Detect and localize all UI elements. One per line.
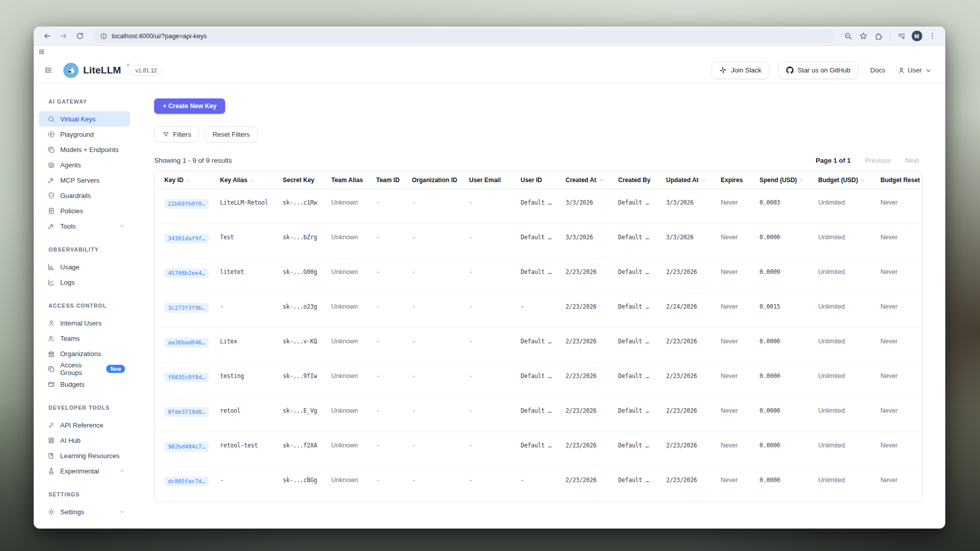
join-slack-button[interactable]: Join Slack	[712, 62, 769, 79]
sidebar-item-label: Usage	[60, 263, 80, 271]
key-id-link[interactable]: 982bd484c7…	[164, 442, 209, 452]
reset-filters-button[interactable]: Reset Filters	[204, 127, 258, 142]
sidebar-item-teams[interactable]: Teams	[39, 331, 130, 346]
apps-grid-icon[interactable]	[38, 48, 45, 55]
cell-updated-at: 2/23/2026	[666, 467, 721, 502]
sidebar-item-mcp-servers[interactable]: MCP Servers	[39, 172, 130, 188]
back-icon[interactable]	[40, 29, 54, 43]
cell-budget-reset: Never	[880, 224, 922, 258]
sidebar-section-observability: OBSERVABILITY	[48, 246, 154, 253]
column-label: Budget Reset	[880, 177, 920, 184]
star-github-button[interactable]: Star us on GitHub	[778, 62, 858, 79]
bookmark-star-icon[interactable]	[856, 29, 870, 43]
user-menu[interactable]: User	[898, 66, 932, 74]
column-header-key-alias[interactable]: Key Alias↑↓	[220, 171, 283, 189]
reload-icon[interactable]	[72, 29, 87, 43]
cell-key-alias: Litex	[220, 328, 283, 362]
sidebar-item-organizations[interactable]: Organizations	[39, 346, 130, 361]
cell-created-by: Default …	[618, 397, 666, 432]
sidebar-item-budgets[interactable]: Budgets	[39, 377, 130, 392]
sidebar-item-usage[interactable]: Usage	[39, 259, 130, 274]
key-id-link[interactable]: 3c273f3f9b…	[164, 303, 209, 313]
sidebar-item-settings[interactable]: Settings	[39, 504, 130, 519]
cell-created-by: Default …	[618, 259, 666, 293]
sidebar-item-label: Internal Users	[60, 319, 102, 327]
filters-button[interactable]: Filters	[154, 127, 199, 142]
sidebar-item-label: Teams	[60, 335, 80, 342]
sidebar-item-experimental[interactable]: Experimental	[39, 463, 130, 479]
sidebar-item-virtual-keys[interactable]: Virtual Keys	[39, 111, 130, 127]
cell-user-email: -	[469, 328, 521, 362]
cell-secret-key: sk-...o23g	[283, 293, 331, 328]
sidebar-item-api-reference[interactable]: API Reference	[39, 417, 130, 433]
key-id-link[interactable]: 8fde3719d8…	[164, 407, 209, 417]
table-row[interactable]: f0835c0f8d…testingsk-...9fIwUnknown---De…	[155, 363, 922, 397]
cell-key-alias: LiteLLM-Retool	[220, 189, 283, 223]
sidebar-item-models-endpoints[interactable]: Models + Endpoints	[39, 142, 130, 157]
cell-user-id: -	[521, 293, 566, 328]
column-label: Organization ID	[412, 177, 457, 184]
sidebar-section-developer-tools: DEVELOPER TOOLS	[48, 405, 154, 411]
key-id-link[interactable]: 34301daf9f…	[164, 234, 209, 243]
cell-expires: Never	[721, 259, 760, 293]
table-row[interactable]: 8fde3719d8…retoolsk-...E_VgUnknown---Def…	[155, 397, 922, 432]
wrench-icon	[47, 222, 55, 230]
column-header-updated-at[interactable]: Updated At↑↓	[666, 171, 721, 189]
cell-created-at: 2/23/2026	[566, 363, 618, 397]
key-id-link[interactable]: 45708b2ee4…	[164, 268, 209, 278]
table-row[interactable]: 34301daf9f…Testsk-...bZrgUnknown---Defau…	[155, 224, 922, 259]
table-row[interactable]: 3c273f3f9b…-sk-...o23gUnknown----2/23/20…	[155, 293, 922, 328]
cell-budget: Unlimited	[818, 363, 880, 397]
sidebar-item-internal-users[interactable]: Internal Users	[39, 315, 130, 331]
column-header-created-at[interactable]: Created At	[566, 171, 618, 189]
column-header-team-alias: Team Alias	[331, 171, 376, 189]
key-id-link[interactable]: 22b68fb0f0…	[164, 199, 209, 209]
collapse-sidebar-icon[interactable]	[40, 62, 56, 79]
column-header-key-id[interactable]: Key ID↑↓	[164, 171, 220, 189]
column-header-budget-reset: Budget Reset	[880, 171, 922, 189]
sidebar-item-guardrails[interactable]: Guardrails	[39, 188, 130, 203]
main-content: + Create New Key Filters Reset Filters S…	[154, 83, 945, 529]
divider	[890, 32, 890, 41]
address-bar[interactable]: localhost:4000/ui/?page=api-keys	[93, 29, 835, 43]
docs-link[interactable]: Docs	[870, 66, 886, 74]
previous-page-button[interactable]: Previous	[865, 157, 891, 164]
sidebar-item-access-groups[interactable]: Access GroupsNew	[39, 361, 130, 377]
copy-icon	[47, 365, 55, 373]
cell-spend: 0.0000	[760, 467, 818, 502]
table-row[interactable]: dc805fac7d…-sk-...cBGgUnknown----2/23/20…	[155, 467, 922, 502]
column-header-budget-usd[interactable]: Budget (USD)↑↓	[818, 171, 880, 189]
table-row[interactable]: 45708b2ee4…litetetsk-...G00gUnknown---De…	[155, 259, 922, 293]
next-page-button[interactable]: Next	[905, 157, 919, 164]
menu-kebab-icon[interactable]	[925, 29, 939, 43]
sidebar-item-logs[interactable]: Logs	[39, 274, 130, 290]
table-row[interactable]: 22b68fb0f0…LiteLLM-Retoolsk-...c1RwUnkno…	[155, 189, 922, 224]
table-row[interactable]: aa36bad046…Litexsk-...v-KQUnknown---Defa…	[155, 328, 922, 363]
key-id-link[interactable]: dc805fac7d…	[164, 477, 209, 486]
key-id-link[interactable]: f0835c0f8d…	[164, 372, 209, 382]
zoom-icon[interactable]	[841, 29, 855, 43]
key-id-link[interactable]: aa36bad046…	[164, 338, 209, 347]
chevron-down-icon	[119, 509, 125, 515]
side-panel-icon[interactable]	[894, 29, 909, 43]
table-row[interactable]: 982bd484c7…retool-testsk-...f2XAUnknown-…	[155, 432, 922, 467]
sidebar-item-policies[interactable]: Policies	[39, 203, 130, 218]
sidebar-item-label: Access Groups	[60, 361, 100, 377]
column-header-spend-usd[interactable]: Spend (USD)↑↓	[760, 171, 818, 189]
cell-updated-at: 3/3/2026	[666, 189, 721, 223]
profile-avatar[interactable]: M	[910, 29, 924, 43]
sidebar-item-agents[interactable]: Agents	[39, 157, 130, 172]
cell-organization-id: -	[412, 189, 469, 223]
cell-budget: Unlimited	[818, 259, 880, 293]
sidebar-item-tools[interactable]: Tools	[39, 218, 130, 234]
sidebar-item-learning-resources[interactable]: Learning Resources	[39, 448, 130, 463]
cell-budget: Unlimited	[818, 467, 880, 502]
create-new-key-button[interactable]: + Create New Key	[154, 98, 225, 114]
cell-team-id: -	[376, 467, 412, 502]
forward-icon[interactable]	[56, 29, 70, 43]
sidebar-item-playground[interactable]: Playground	[39, 127, 130, 142]
sidebar-item-ai-hub[interactable]: AI Hub	[39, 433, 130, 448]
card-icon	[47, 381, 55, 388]
cell-created-at: 2/23/2026	[566, 397, 618, 432]
extensions-icon[interactable]	[871, 29, 886, 43]
